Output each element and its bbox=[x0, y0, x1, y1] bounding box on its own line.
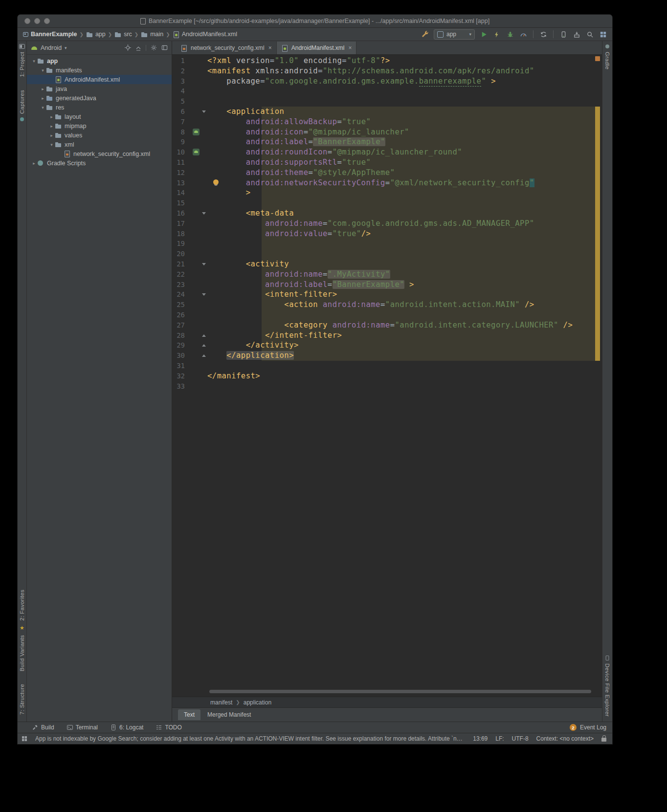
code-line[interactable] bbox=[207, 249, 595, 259]
chevron-down-icon[interactable]: ▾ bbox=[65, 45, 67, 50]
close-icon[interactable]: × bbox=[268, 44, 272, 51]
project-view-selector[interactable]: Android bbox=[41, 44, 62, 51]
tree-item-network-security-config-xml[interactable]: network_security_config.xml bbox=[27, 149, 172, 158]
code-line[interactable]: android:roundIcon="@mipmap/ic_launcher_r… bbox=[207, 147, 595, 157]
code-line[interactable]: android:label="BannerExample" > bbox=[207, 280, 595, 290]
tree-item-mipmap[interactable]: ▸mipmap bbox=[27, 121, 172, 131]
code-line[interactable] bbox=[207, 86, 595, 96]
tab-merged-manifest[interactable]: Merged Manifest bbox=[201, 709, 257, 720]
tree-item-java[interactable]: ▸java bbox=[27, 84, 172, 93]
debug-button[interactable] bbox=[506, 30, 514, 39]
breadcrumb-application[interactable]: application bbox=[244, 699, 271, 706]
chevron-right-icon[interactable]: ▸ bbox=[48, 114, 55, 119]
tool-button-favorites[interactable]: 2: Favorites bbox=[19, 590, 25, 621]
code-line[interactable]: </intent-filter> bbox=[207, 330, 595, 341]
breadcrumb-module[interactable]: app bbox=[86, 31, 106, 38]
sdk-manager-button[interactable] bbox=[572, 30, 581, 39]
fold-marker[interactable] bbox=[202, 263, 206, 265]
code-line[interactable] bbox=[207, 310, 595, 320]
close-window-button[interactable] bbox=[24, 18, 30, 24]
code-line[interactable]: </activity> bbox=[207, 340, 595, 351]
inspection-warning-indicator[interactable] bbox=[595, 56, 600, 61]
tool-button-logcat[interactable]: 6: Logcat bbox=[111, 724, 143, 731]
breadcrumb-src[interactable]: src bbox=[114, 31, 132, 38]
code-line[interactable]: android:allowBackup="true" bbox=[207, 117, 595, 127]
code-line[interactable]: package="com.google.android.gms.example.… bbox=[207, 76, 595, 87]
tree-item-values[interactable]: ▸values bbox=[27, 131, 172, 140]
android-launcher-icon[interactable] bbox=[193, 129, 200, 135]
tree-item-layout[interactable]: ▸layout bbox=[27, 112, 172, 121]
code-line[interactable]: <action android:name="android.intent.act… bbox=[207, 300, 595, 310]
chevron-down-icon[interactable]: ▾ bbox=[31, 59, 37, 64]
code-line[interactable]: android:networkSecurityConfig="@xml/netw… bbox=[207, 178, 595, 188]
fold-marker[interactable] bbox=[202, 334, 206, 337]
tree-item-app[interactable]: ▾app bbox=[27, 56, 172, 66]
code-line[interactable]: android:theme="@style/AppTheme" bbox=[207, 168, 595, 178]
project-structure-button[interactable] bbox=[599, 30, 607, 39]
tree-item-generatedjava[interactable]: ▸generatedJava bbox=[27, 93, 172, 103]
chevron-right-icon[interactable]: ▸ bbox=[40, 96, 46, 101]
gear-icon[interactable] bbox=[150, 44, 157, 51]
code-line[interactable]: <manifest xmlns:android="http://schemas.… bbox=[207, 66, 595, 76]
editor-surface[interactable]: 1234567891011121314151617181920212223242… bbox=[172, 55, 602, 697]
hide-panel-icon[interactable] bbox=[161, 44, 168, 51]
tree-item-androidmanifest-xml[interactable]: AndroidManifest.xml bbox=[27, 75, 172, 84]
tree-item-res[interactable]: ▾res bbox=[27, 103, 172, 112]
scrollbar-warning-stripe[interactable] bbox=[595, 107, 600, 361]
apply-changes-icon[interactable] bbox=[492, 30, 501, 39]
tool-button-captures[interactable]: Captures bbox=[19, 90, 25, 114]
code-line[interactable]: <application bbox=[207, 107, 595, 117]
tool-button-todo[interactable]: TODO bbox=[156, 724, 181, 731]
minimize-window-button[interactable] bbox=[34, 18, 40, 24]
tree-item-xml[interactable]: ▾xml bbox=[27, 140, 172, 149]
code-line[interactable]: > bbox=[207, 188, 595, 198]
chevron-down-icon[interactable]: ▾ bbox=[40, 105, 46, 110]
code-line[interactable] bbox=[207, 96, 595, 107]
tool-button-terminal[interactable]: Terminal bbox=[67, 724, 98, 731]
chevron-right-icon[interactable]: ▸ bbox=[48, 133, 55, 138]
fold-marker[interactable] bbox=[202, 212, 206, 215]
horizontal-scrollbar[interactable] bbox=[209, 690, 591, 693]
code-line[interactable]: <category android:name="android.intent.c… bbox=[207, 320, 595, 330]
breadcrumb-file[interactable]: AndroidManifest.xml bbox=[173, 31, 237, 38]
encoding-indicator[interactable]: UTF-8 bbox=[512, 735, 529, 742]
code-line[interactable]: </manifest> bbox=[207, 371, 595, 381]
close-icon[interactable]: × bbox=[348, 44, 352, 51]
locate-file-icon[interactable] bbox=[124, 44, 131, 51]
code-line[interactable]: android:supportsRtl="true" bbox=[207, 157, 595, 168]
wrench-icon[interactable] bbox=[421, 30, 429, 39]
tab-network-security-config[interactable]: network_security_config.xml × bbox=[176, 42, 277, 54]
code-line[interactable] bbox=[207, 198, 595, 208]
tool-button-build-variants[interactable]: Build Variants bbox=[19, 635, 25, 671]
breadcrumb-project[interactable]: BannerExample bbox=[22, 31, 77, 38]
sync-project-button[interactable] bbox=[539, 30, 548, 39]
zoom-window-button[interactable] bbox=[44, 18, 50, 24]
chevron-down-icon[interactable]: ▾ bbox=[48, 142, 55, 147]
event-log-button[interactable]: 2 Event Log bbox=[570, 724, 606, 731]
tool-button-project[interactable]: 1: Project bbox=[19, 52, 25, 77]
code-line[interactable]: android:name="com.google.android.gms.ads… bbox=[207, 219, 595, 229]
chevron-right-icon[interactable]: ▸ bbox=[40, 87, 46, 91]
code-line[interactable]: android:icon="@mipmap/ic_launcher" bbox=[207, 127, 595, 137]
run-button[interactable] bbox=[479, 30, 488, 39]
code-line[interactable]: android:value="true"/> bbox=[207, 229, 595, 239]
code-line[interactable]: <?xml version="1.0" encoding="utf-8"?> bbox=[207, 56, 595, 66]
fold-marker[interactable] bbox=[202, 293, 206, 296]
intention-bulb-icon[interactable] bbox=[213, 179, 219, 185]
run-configuration-select[interactable]: app ▾ bbox=[434, 29, 475, 40]
tool-window-switcher-icon[interactable] bbox=[22, 736, 27, 742]
code-line[interactable]: android:label="BannerExample" bbox=[207, 137, 595, 147]
code-line[interactable]: <intent-filter> bbox=[207, 289, 595, 300]
breadcrumb-main[interactable]: main bbox=[141, 31, 163, 38]
fold-marker[interactable] bbox=[202, 110, 206, 113]
tool-button-gradle[interactable]: Gradle bbox=[604, 52, 610, 69]
code-line[interactable]: </application> bbox=[207, 351, 595, 361]
code-line[interactable]: <activity bbox=[207, 259, 595, 269]
tool-button-structure[interactable]: 7: Structure bbox=[19, 684, 25, 715]
android-launcher-icon[interactable] bbox=[193, 149, 200, 155]
caret-position[interactable]: 13:69 bbox=[473, 735, 488, 742]
line-separator-indicator[interactable]: LF: bbox=[495, 735, 504, 742]
search-icon[interactable] bbox=[585, 30, 594, 39]
tree-item-manifests[interactable]: ▾manifests bbox=[27, 66, 172, 75]
breadcrumb-manifest[interactable]: manifest bbox=[210, 699, 232, 706]
